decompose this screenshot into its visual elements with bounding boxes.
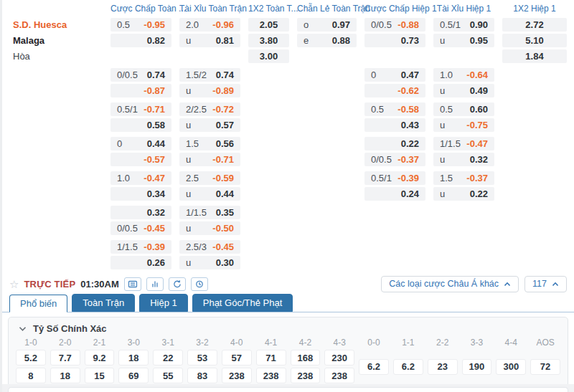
odds-cell[interactable]: u0.22 — [433, 187, 494, 201]
odds-cell[interactable]: 0.5/1-0.71 — [110, 102, 171, 116]
odds-column: 1.5-0.37u0.22 — [433, 171, 494, 203]
tab-popular[interactable]: Phổ biến — [9, 295, 67, 312]
odds-cell[interactable]: 0.5-0.95 — [110, 18, 171, 32]
odds-cell[interactable]: 2.72 — [502, 18, 567, 32]
odds-cell[interactable]: 1/1.50.35 — [179, 206, 240, 219]
chevron-down-icon — [19, 326, 27, 332]
odds-cell[interactable]: 0.24 — [364, 187, 425, 201]
odds-cell[interactable]: 1/1.5-0.47 — [433, 137, 494, 150]
odds-cell[interactable]: -0.57 — [110, 153, 171, 166]
score-odds-cell[interactable]: 53 — [187, 350, 217, 365]
odds-cell[interactable]: u-0.71 — [179, 153, 240, 166]
score-odds-cell[interactable]: 71 — [256, 350, 286, 365]
odds-cell[interactable]: 2/2.5-0.72 — [179, 102, 240, 116]
odds-cell[interactable]: -0.87 — [110, 84, 171, 97]
score-odds-cell[interactable]: 7.7 — [50, 350, 80, 365]
tab-first-half[interactable]: Hiệp 1 — [139, 294, 188, 312]
score-odds-cell[interactable]: 5.2 — [16, 350, 46, 365]
score-odds-cell[interactable]: 230 — [324, 350, 354, 365]
odds-cell[interactable]: 0.26 — [110, 256, 171, 269]
score-odds-cell[interactable]: 18 — [50, 368, 80, 383]
odds-cell[interactable]: 00.44 — [110, 137, 171, 150]
odds-cell[interactable]: u0.32 — [433, 153, 494, 166]
odds-cell[interactable]: 0.22 — [364, 137, 425, 150]
score-odds-cell[interactable]: 238 — [291, 368, 321, 383]
odds-cell[interactable]: 1.0-0.64 — [433, 68, 494, 82]
odds-cell[interactable]: 1.84 — [502, 49, 567, 63]
score-odds-cell[interactable]: 6.2 — [359, 359, 389, 375]
refresh-button[interactable] — [169, 277, 186, 291]
score-odds-cell[interactable]: 238 — [324, 368, 354, 383]
odds-cell[interactable]: u-0.75 — [433, 118, 494, 132]
odds-cell[interactable]: u-0.89 — [179, 84, 240, 97]
score-odds-cell[interactable]: 23 — [428, 359, 458, 375]
score-odds-cell[interactable]: 9.2 — [85, 350, 115, 365]
score-odds-cell[interactable]: 8 — [16, 368, 46, 383]
odds-cell[interactable]: u0.44 — [179, 187, 240, 201]
odds-cell[interactable]: 1.5/20.74 — [179, 68, 240, 82]
odds-cell[interactable]: 0.5/1-0.39 — [364, 171, 425, 185]
odds-cell[interactable]: 0.50.60 — [433, 102, 494, 116]
stats-button[interactable] — [146, 277, 164, 291]
odds-cell[interactable]: 0.82 — [110, 34, 171, 47]
odds-cell[interactable]: e0.88 — [297, 34, 357, 47]
odds-cell[interactable]: 0.58 — [110, 118, 171, 132]
odds-value: 0.90 — [470, 19, 488, 30]
odds-cell[interactable]: 1/1.5-0.39 — [110, 240, 171, 254]
score-odds-cell[interactable]: 72 — [530, 359, 560, 375]
score-odds-cell[interactable]: 238 — [222, 368, 252, 383]
odds-cell[interactable]: 0/0.5-0.88 — [364, 18, 425, 32]
odds-cell[interactable]: u0.57 — [179, 118, 240, 132]
odds-column: 0.50.60u-0.75 — [433, 102, 494, 134]
odds-cell[interactable]: 1.0-0.47 — [110, 171, 171, 185]
odds-cell[interactable]: 0/0.50.74 — [110, 68, 171, 82]
odds-groups: S.D. HuescaMalagaHòa0.5-0.950.822.0-0.96… — [2, 18, 574, 272]
odds-cell[interactable]: 0.43 — [364, 118, 425, 132]
score-odds-cell[interactable]: 168 — [291, 350, 321, 365]
live-stream-button[interactable] — [124, 277, 141, 291]
odds-cell[interactable]: 1.50.56 — [179, 137, 240, 150]
odds-cell[interactable]: 3.80 — [248, 34, 289, 47]
odds-cell[interactable]: 0.32 — [110, 206, 171, 219]
odds-cell[interactable]: 0/0.5-0.45 — [110, 221, 171, 235]
odds-cell[interactable]: u0.49 — [433, 84, 494, 97]
odds-cell[interactable]: u0.30 — [179, 256, 240, 269]
tab-corners-cards[interactable]: Phạt Góc/Thẻ Phạt — [192, 294, 293, 312]
odds-cell[interactable]: 2.5-0.59 — [179, 171, 240, 185]
score-odds-cell[interactable]: 55 — [153, 368, 183, 383]
odds-cell[interactable]: 0.73 — [364, 34, 425, 47]
odds-cell[interactable]: u-0.50 — [179, 221, 240, 235]
odds-cell[interactable]: 2.5/3-0.45 — [179, 240, 240, 254]
odds-cell[interactable]: u0.95 — [433, 34, 494, 47]
score-odds-cell[interactable]: 22 — [153, 350, 183, 365]
more-asian-bets-button[interactable]: Các loại cược Châu Á khác — [381, 276, 519, 292]
odds-cell[interactable]: 0.34 — [110, 187, 171, 201]
odds-cell[interactable]: o0.97 — [297, 18, 357, 32]
odds-column: 2.5/3-0.45u0.30 — [179, 240, 240, 272]
score-odds-cell[interactable]: 15 — [85, 368, 115, 383]
score-odds-cell[interactable]: 18 — [118, 350, 149, 365]
tab-full-match[interactable]: Toàn Trận — [72, 294, 135, 312]
score-odds-cell[interactable]: 83 — [187, 368, 217, 383]
time-button[interactable] — [191, 277, 208, 291]
odds-cell[interactable]: 0/0.5-0.37 — [364, 153, 425, 166]
score-odds-cell[interactable]: 69 — [118, 368, 149, 383]
score-odds-cell[interactable]: 190 — [462, 359, 492, 375]
odds-cell[interactable]: 0.5/10.90 — [433, 18, 494, 32]
bet-count-button[interactable]: 117 — [524, 276, 567, 292]
odds-cell[interactable]: 0.5-0.58 — [364, 102, 425, 116]
score-odds-cell[interactable]: 300 — [496, 359, 526, 375]
odds-cell[interactable]: 2.05 — [248, 18, 289, 32]
odds-cell[interactable]: 3.00 — [248, 49, 289, 63]
odds-cell[interactable]: u0.81 — [179, 34, 240, 47]
odds-cell[interactable]: 1.5-0.37 — [433, 171, 494, 185]
odds-cell[interactable]: 5.10 — [502, 34, 567, 47]
odds-cell[interactable]: -0.62 — [364, 84, 425, 97]
correct-score-header[interactable]: Tỷ Số Chính Xác — [16, 322, 560, 335]
score-odds-cell[interactable]: 57 — [222, 350, 252, 365]
score-odds-cell[interactable]: 238 — [256, 368, 286, 383]
odds-cell[interactable]: 2.0-0.96 — [179, 18, 240, 32]
odds-cell[interactable]: 00.47 — [364, 68, 425, 82]
favorite-star-icon[interactable]: ☆ — [9, 279, 19, 290]
score-odds-cell[interactable]: 6.2 — [393, 359, 423, 375]
